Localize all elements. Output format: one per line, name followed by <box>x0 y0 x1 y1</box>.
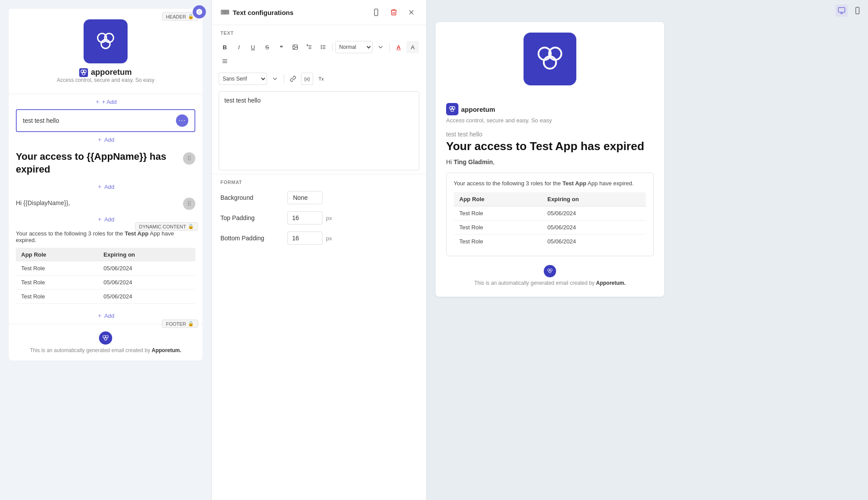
mobile-preview-button[interactable] <box>370 6 382 18</box>
preview-footer-text-content: This is an automatically generated email… <box>474 280 594 286</box>
table-row: Test Role05/06/2024 <box>454 235 646 249</box>
underline-button[interactable]: U <box>247 41 259 53</box>
greeting-text: Hi {{DisplayName}}, <box>16 199 70 206</box>
table-row: Test Role05/06/2024 <box>454 221 646 235</box>
add-label-2: Add <box>104 136 114 143</box>
quote-button[interactable]: ❝ <box>275 41 287 53</box>
table-cell: 05/06/2024 <box>542 235 646 249</box>
brand-name: apporetum <box>79 68 132 77</box>
text-config-icon: ⌨ <box>220 9 229 16</box>
toolbar-row-1: B I U S ❝ 1 Normal Heading 1 Heading 2 A… <box>212 38 426 70</box>
top-padding-unit: px <box>326 215 332 221</box>
broadcast-icon-button[interactable] <box>193 5 206 18</box>
variable-button[interactable]: {x} <box>301 73 313 85</box>
toolbar-separator-1 <box>332 43 333 51</box>
preview-content-box: Your access to the following 3 roles for… <box>446 173 654 256</box>
lock-icon-2: 🔒 <box>188 224 194 229</box>
config-title: ⌨ Text configurations <box>220 9 293 16</box>
preview-body-app: Test App <box>562 180 586 187</box>
preview-subtext: test test hello <box>446 131 654 138</box>
svg-point-10 <box>104 338 107 340</box>
bold-button[interactable]: B <box>219 41 231 53</box>
table-cell: Test Role <box>454 206 542 221</box>
format-label: FORMAT <box>220 180 418 185</box>
preview-table-header-role: App Role <box>454 192 542 206</box>
header-label-text: HEADER <box>166 14 186 19</box>
preview-footer-brand: Apporetum. <box>596 280 626 286</box>
text-block-options-button[interactable]: ··· <box>176 114 188 127</box>
dynamic-content-label: DYNAMIC CONTENT 🔒 <box>135 222 198 231</box>
bottom-padding-unit: px <box>326 235 332 242</box>
text-color-button[interactable]: A <box>392 41 405 53</box>
background-value[interactable]: None <box>287 191 322 204</box>
config-panel-header: ⌨ Text configurations <box>212 0 426 25</box>
text-block-content: test test hello <box>23 117 59 124</box>
bottom-padding-input[interactable] <box>287 232 322 245</box>
delete-button[interactable] <box>388 6 400 18</box>
text-editor[interactable]: test test hello <box>219 91 419 170</box>
add-icon: ＋ <box>95 98 100 106</box>
svg-point-0 <box>198 11 200 13</box>
preview-card: apporetum Access control, secure and eas… <box>436 22 664 297</box>
add-label-4: Add <box>104 216 114 223</box>
footer-label-text: FOOTER <box>166 321 186 327</box>
text-block[interactable]: test test hello ··· <box>16 109 195 132</box>
roles-table: App Role Expiring on Test Role05/06/2024… <box>16 248 195 304</box>
strikethrough-button[interactable]: S <box>261 41 273 53</box>
text-section-label: TEXT <box>212 25 426 38</box>
preview-logo <box>524 33 576 85</box>
align-button[interactable] <box>219 55 231 67</box>
mobile-icon-button[interactable] <box>851 4 864 17</box>
close-button[interactable] <box>405 6 418 18</box>
highlight-button[interactable]: A <box>407 41 419 53</box>
dots-icon-3: ⠿ <box>187 200 191 207</box>
footer-brand-name: Apporetum. <box>152 347 181 353</box>
link-button[interactable] <box>287 73 299 85</box>
preview-small-logo <box>446 103 458 115</box>
top-padding-input[interactable] <box>287 211 322 224</box>
toolbar-row-2: Sans Serif Serif Monospace {x} Tx <box>212 70 426 88</box>
table-row: Test Role05/06/2024 <box>16 276 195 290</box>
content-section: DYNAMIC CONTENT 🔒 Your access to the fol… <box>9 227 202 307</box>
unordered-list-button[interactable] <box>317 41 330 53</box>
brand-name-text: apporetum <box>91 68 132 77</box>
table-row: Test Role05/06/2024 <box>454 206 646 221</box>
desktop-icon-button[interactable] <box>835 4 848 17</box>
dots-icon-2: ⠿ <box>187 155 191 162</box>
svg-rect-30 <box>839 7 845 12</box>
brand-tagline: Access control, secure and easy. So easy <box>57 77 154 83</box>
font-select[interactable]: Sans Serif Serif Monospace <box>219 73 267 85</box>
content-text: Your access to the following 3 roles for… <box>16 230 195 243</box>
table-cell: 05/06/2024 <box>98 276 195 290</box>
dots-icon: ··· <box>179 117 186 124</box>
svg-rect-33 <box>856 7 859 14</box>
top-padding-input-row: px <box>287 211 332 224</box>
table-row: Test Role05/06/2024 <box>16 290 195 304</box>
body-text: Your access to the following 3 roles for… <box>16 230 123 237</box>
left-panel: HEADER 🔒 <box>0 0 211 500</box>
add-after-text[interactable]: ＋ Add <box>9 132 202 147</box>
greeting-options-button[interactable]: ⠿ <box>183 198 195 210</box>
editor-content: test test hello <box>224 97 261 104</box>
add-after-heading[interactable]: ＋ Add <box>9 179 202 194</box>
ordered-list-button[interactable]: 1 <box>303 41 315 53</box>
table-cell: 05/06/2024 <box>542 206 646 221</box>
top-padding-row: Top Padding px <box>220 211 418 224</box>
heading-options-button[interactable]: ⠿ <box>183 152 195 165</box>
font-chevron-button[interactable] <box>269 73 281 85</box>
preview-brand-name: apporetum <box>461 106 495 113</box>
chevron-down-button[interactable] <box>374 41 387 53</box>
table-cell: 05/06/2024 <box>98 290 195 304</box>
format-section: FORMAT Background None Top Padding px Bo… <box>212 174 426 257</box>
image-button[interactable] <box>289 41 301 53</box>
add-after-header[interactable]: ＋ + Add <box>9 94 202 109</box>
style-select[interactable]: Normal Heading 1 Heading 2 <box>335 41 373 53</box>
italic-button[interactable]: I <box>233 41 245 53</box>
clear-format-button[interactable]: Tx <box>315 73 327 85</box>
table-cell: 05/06/2024 <box>98 261 195 276</box>
add-icon-4: ＋ <box>97 215 103 223</box>
preview-logo-container <box>446 33 654 94</box>
greeting-prefix: Hi <box>446 158 452 165</box>
svg-point-16 <box>294 46 295 47</box>
footer-logo <box>99 331 112 345</box>
